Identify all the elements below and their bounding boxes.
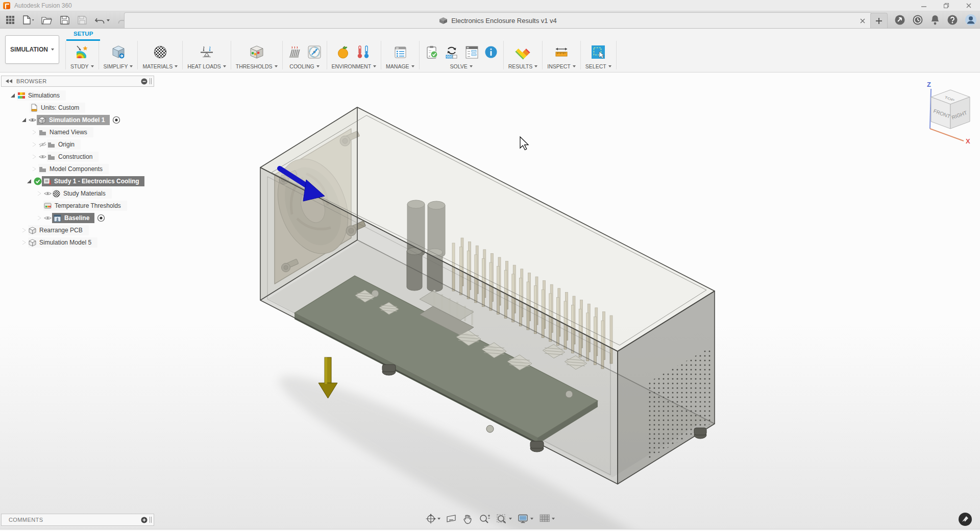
fan-icon[interactable] xyxy=(307,44,322,60)
group-select[interactable]: SELECT xyxy=(581,41,617,69)
expand-panel-icon[interactable] xyxy=(141,517,148,523)
select-box-icon[interactable] xyxy=(591,44,606,60)
pan-icon[interactable] xyxy=(461,513,474,525)
notifications-bell-icon[interactable] xyxy=(930,14,940,26)
collapsed-arrow-icon[interactable] xyxy=(30,155,38,159)
pre-check-icon[interactable] xyxy=(424,44,439,60)
heatsink-icon[interactable] xyxy=(287,44,303,60)
group-cooling[interactable]: COOLING xyxy=(283,41,327,69)
visibility-eye-icon[interactable] xyxy=(38,154,47,159)
3d-viewport[interactable]: Z X TOP FRONT RIGHT BROWSER xyxy=(0,73,980,529)
save-icon[interactable] xyxy=(56,13,74,27)
study-thermal-icon[interactable] xyxy=(75,44,90,60)
solve-sync-icon[interactable] xyxy=(444,44,460,60)
tree-item-baseline[interactable]: Baseline xyxy=(1,212,154,224)
display-settings-icon[interactable] xyxy=(516,513,534,525)
job-details-icon[interactable] xyxy=(464,44,479,60)
browser-header[interactable]: BROWSER xyxy=(1,76,154,87)
orbit-icon[interactable] xyxy=(424,513,442,525)
tree-item-simulation-model-5[interactable]: Simulation Model 5 xyxy=(1,236,154,249)
document-tab[interactable]: Electronics Enclosure Results v1 v4 xyxy=(124,12,872,28)
grid-layout-icon[interactable] xyxy=(537,513,556,525)
thermometers-icon[interactable] xyxy=(354,44,372,60)
group-simplify-label: SIMPLIFY xyxy=(104,63,128,69)
group-heat-loads[interactable]: HEAT LOADS xyxy=(183,41,231,69)
file-new-icon[interactable] xyxy=(18,13,38,27)
restore-button[interactable] xyxy=(935,0,958,11)
group-environment-label: ENVIRONMENT xyxy=(332,63,372,69)
tree-item-model-components[interactable]: Model Components xyxy=(1,163,154,175)
tree-item-simulations[interactable]: Simulations xyxy=(1,89,154,102)
collapsed-arrow-icon[interactable] xyxy=(35,191,43,196)
tree-item-study-materials[interactable]: Study Materials xyxy=(1,187,154,200)
collapse-panel-icon[interactable] xyxy=(6,79,12,83)
open-file-icon[interactable] xyxy=(38,13,56,27)
expand-arrow-icon[interactable] xyxy=(24,179,33,183)
zoom-icon[interactable] xyxy=(477,513,492,525)
workspace-selector[interactable]: SIMULATION xyxy=(5,35,59,64)
group-simplify[interactable]: SIMPLIFY xyxy=(99,41,138,69)
minimize-button[interactable] xyxy=(913,0,935,11)
new-tab-button[interactable] xyxy=(870,13,888,28)
results-contour-icon[interactable] xyxy=(515,44,530,60)
tab-setup[interactable]: SETUP xyxy=(66,29,100,41)
collapsed-arrow-icon[interactable] xyxy=(19,228,28,232)
chat-bubble-icon[interactable] xyxy=(959,513,972,526)
comments-panel[interactable]: COMMENTS xyxy=(1,514,154,526)
ambient-temp-icon[interactable] xyxy=(336,44,350,60)
expand-arrow-icon[interactable] xyxy=(19,118,28,122)
help-icon[interactable] xyxy=(947,14,958,26)
collapsed-arrow-icon[interactable] xyxy=(19,240,28,245)
measure-icon[interactable] xyxy=(553,44,570,60)
job-status-icon[interactable] xyxy=(894,14,905,26)
group-results[interactable]: RESULTS xyxy=(504,41,543,69)
visibility-eye-icon[interactable] xyxy=(28,117,37,123)
materials-sphere-icon[interactable] xyxy=(153,44,168,60)
view-cube[interactable]: Z X TOP FRONT RIGHT xyxy=(919,78,975,146)
close-tab-icon[interactable] xyxy=(858,16,867,26)
panel-grip[interactable] xyxy=(150,78,152,84)
info-icon[interactable] xyxy=(483,44,499,60)
thresholds-icon[interactable] xyxy=(249,44,265,60)
group-inspect[interactable]: INSPECT xyxy=(543,41,581,69)
tree-item-label: Study Materials xyxy=(61,190,108,197)
tree-item-temperature-thresholds[interactable]: Temperature Thresholds xyxy=(1,200,154,212)
minimize-panel-icon[interactable] xyxy=(141,78,148,85)
group-study[interactable]: STUDY xyxy=(65,41,99,69)
manage-settings-icon[interactable] xyxy=(393,44,408,60)
tree-item-named-views[interactable]: Named Views xyxy=(1,126,154,138)
visibility-off-eye-icon[interactable] xyxy=(38,141,47,148)
tree-item-construction[interactable]: Construction xyxy=(1,151,154,163)
heat-loads-icon[interactable] xyxy=(198,44,215,60)
simplify-icon[interactable] xyxy=(111,44,126,60)
group-manage[interactable]: MANAGE xyxy=(381,41,420,69)
collapsed-arrow-icon[interactable] xyxy=(30,167,38,171)
collapsed-arrow-icon[interactable] xyxy=(35,216,43,220)
close-window-button[interactable] xyxy=(958,0,980,11)
fit-icon[interactable] xyxy=(495,513,513,525)
tree-item-study-1[interactable]: Study 1 - Electronics Cooling xyxy=(1,175,154,187)
panel-grip[interactable] xyxy=(150,517,152,523)
visibility-eye-icon[interactable] xyxy=(43,215,52,221)
ground-target-icon[interactable] xyxy=(112,116,120,124)
group-solve[interactable]: SOLVE xyxy=(420,41,504,69)
tree-item-units[interactable]: Units: Custom xyxy=(1,102,154,114)
tree-item-origin[interactable]: Origin xyxy=(1,138,154,151)
tree-item-simulation-model-1[interactable]: Simulation Model 1 xyxy=(1,114,154,126)
component-outline-icon xyxy=(28,239,37,247)
expand-arrow-icon[interactable] xyxy=(8,93,17,98)
visibility-eye-icon[interactable] xyxy=(43,191,52,196)
profile-avatar[interactable] xyxy=(965,14,977,26)
app-grid-icon[interactable] xyxy=(2,13,18,27)
recent-data-icon[interactable] xyxy=(912,14,923,26)
look-at-icon[interactable] xyxy=(445,513,458,525)
group-thresholds[interactable]: THRESHOLDS xyxy=(231,41,283,69)
collapsed-arrow-icon[interactable] xyxy=(30,130,38,134)
group-environment[interactable]: ENVIRONMENT xyxy=(327,41,382,69)
collapsed-arrow-icon[interactable] xyxy=(30,142,38,147)
undo-icon[interactable] xyxy=(91,13,113,27)
active-target-icon[interactable] xyxy=(96,214,105,222)
tree-item-rearrange-pcb[interactable]: Rearrange PCB xyxy=(1,224,154,236)
simulations-icon xyxy=(17,92,26,99)
group-materials[interactable]: MATERIALS xyxy=(138,41,183,69)
